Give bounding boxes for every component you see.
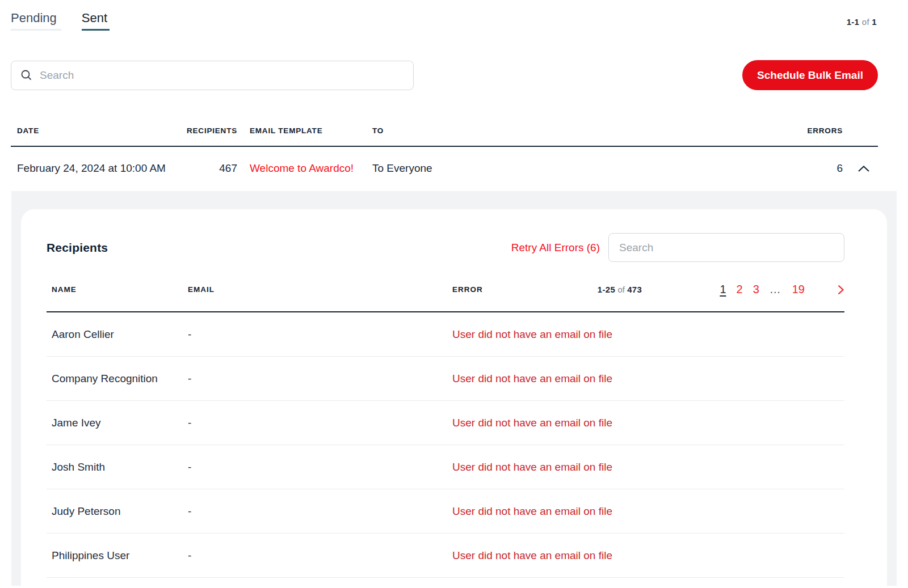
sent-row-template-link[interactable]: Welcome to Awardco! [237,162,372,175]
sent-row-date: February 24, 2024 at 10:00 AM [17,162,182,175]
recipient-error: User did not have an email on file [452,549,844,562]
pagination-page-last[interactable]: 19 [792,283,805,296]
search-icon [20,69,32,81]
results-total: 1 [872,17,877,27]
recipient-email: - [188,328,452,341]
sent-emails-table: DATE RECIPIENTS EMAIL TEMPLATE TO ERRORS… [11,90,878,190]
header-email: EMAIL [188,285,452,294]
expanded-errors-panel: Recipients Retry All Errors (6) NAME EMA… [11,191,897,586]
header-name: NAME [52,285,188,294]
sent-row-recipients: 467 [182,162,237,175]
header-to: TO [372,126,797,135]
toolbar: Schedule Bulk Email [11,60,878,90]
range-shown: 1-25 [598,285,616,294]
recipients-title: Recipients [47,241,108,255]
header-recipients: RECIPIENTS [182,126,237,135]
tab-pending[interactable]: Pending [11,10,61,31]
recipient-name: Josh Smith [52,461,188,473]
recipient-error: User did not have an email on file [452,328,844,341]
recipients-table-header: NAME EMAIL ERROR 1-25 of 473 1 2 3 … 19 [47,283,844,312]
recipient-error: User did not have an email on file [452,505,844,518]
recipient-row[interactable]: Company Recognition - User did not have … [47,357,844,401]
header-errors: ERRORS [797,126,843,135]
recipient-email: - [188,417,452,429]
tab-sent[interactable]: Sent [82,10,110,31]
sent-row-to: To Everyone [372,162,797,175]
results-count: 1-1 of 1 [847,17,877,27]
recipients-range: 1-25 of 473 [577,285,662,294]
tabs-bar: Pending Sent 1-1 of 1 [0,0,908,31]
recipient-name: Aaron Cellier [52,328,188,341]
recipient-email: - [188,505,452,518]
recipient-row[interactable]: Judy Peterson - User did not have an ema… [47,489,844,534]
tab-list: Pending Sent [11,10,110,31]
collapse-row-control[interactable] [843,165,870,172]
recipients-search-input[interactable] [608,233,844,262]
recipient-email: - [188,373,452,385]
pagination-page-2[interactable]: 2 [737,283,743,296]
recipient-error: User did not have an email on file [452,417,844,429]
recipient-row[interactable]: Aaron Cellier - User did not have an ema… [47,312,844,357]
recipient-error: User did not have an email on file [452,461,844,473]
range-total: 473 [627,285,642,294]
search-input[interactable] [40,69,404,82]
header-date: DATE [17,126,182,135]
recipient-name: Jame Ivey [52,417,188,429]
chevron-up-icon [857,165,870,172]
header-email-template: EMAIL TEMPLATE [237,126,372,135]
pagination-page-1[interactable]: 1 [720,283,726,296]
pagination-page-3[interactable]: 3 [753,283,759,296]
retry-all-errors-link[interactable]: Retry All Errors (6) [511,242,600,254]
results-range: 1-1 [847,17,860,27]
recipients-card-header: Recipients Retry All Errors (6) [47,209,844,262]
sent-table-header: DATE RECIPIENTS EMAIL TEMPLATE TO ERRORS [11,90,878,147]
range-of-label: of [617,285,625,294]
sent-email-row[interactable]: February 24, 2024 at 10:00 AM 467 Welcom… [11,147,878,190]
recipients-card: Recipients Retry All Errors (6) NAME EMA… [21,209,887,588]
pagination: 1 2 3 … 19 [662,283,822,296]
recipient-name: Philippines User [52,549,188,562]
pagination-next-button[interactable] [822,284,844,295]
recipient-name: Company Recognition [52,373,188,385]
recipient-row[interactable]: Jame Ivey - User did not have an email o… [47,401,844,445]
sent-row-error-count: 6 [797,162,843,175]
schedule-bulk-email-button[interactable]: Schedule Bulk Email [742,60,878,90]
recipient-row[interactable]: Philippines User - User did not have an … [47,534,844,578]
search-box[interactable] [11,61,414,90]
recipient-email: - [188,461,452,473]
header-error: ERROR [452,285,577,294]
results-of-label: of [862,17,869,27]
recipient-row[interactable]: Josh Smith - User did not have an email … [47,445,844,489]
recipient-name: Judy Peterson [52,505,188,518]
recipient-email: - [188,549,452,562]
chevron-right-icon [837,284,844,295]
recipient-error: User did not have an email on file [452,373,844,385]
pagination-ellipsis: … [770,283,782,296]
